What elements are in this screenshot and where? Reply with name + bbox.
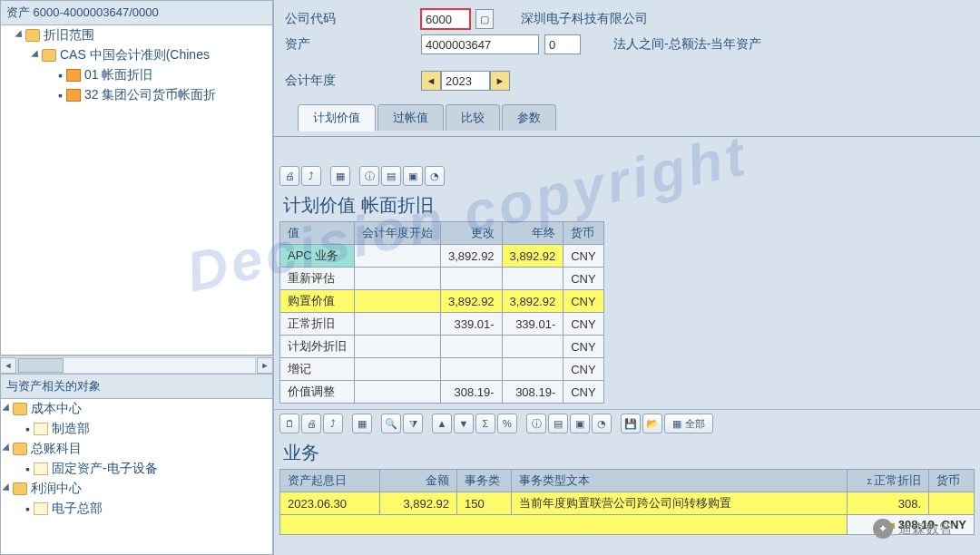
table-row[interactable]: 2023.06.30 3,892.92 150 当前年度购置联营公司跨公司间转移… [280,492,975,515]
print-icon[interactable]: 🖨 [301,414,321,433]
tree-node[interactable]: 折旧范围 [1,25,272,45]
col-value-date[interactable]: 资产起息日 [280,470,380,492]
folder-icon [13,403,27,415]
doc-icon [34,502,48,515]
related-tree-header: 与资产相关的对象 [1,375,272,399]
export-icon[interactable]: ⤴ [301,166,321,186]
table-row[interactable]: APC 业务3,892.923,892.92CNY [280,245,604,268]
asset-subnumber-input[interactable]: 0 [544,34,581,54]
doc-icon [34,423,48,435]
asset-number-input[interactable]: 4000003647 [421,34,539,54]
year-prev-button[interactable]: ◄ [421,71,441,91]
select-layout-icon[interactable]: 📂 [642,414,662,433]
tree-node-label: 总账科目 [31,441,82,457]
tree-node-label: 利润中心 [31,481,82,497]
tree-node[interactable]: CAS 中国会计准则(Chines [1,45,272,65]
col-fy-start[interactable]: 会计年度开始 [355,222,441,245]
twisty-icon[interactable] [2,443,12,453]
tree-node[interactable]: ▪电子总部 [1,499,272,519]
search-help-icon[interactable]: ▢ [475,9,494,29]
left-sidebar: 资产 6000-4000003647/0000 折旧范围 CAS 中国会计准则(… [0,0,274,555]
tree-node[interactable]: ▪制造部 [1,419,272,439]
folder-icon [25,29,40,42]
tab-parameters[interactable]: 参数 [502,104,556,131]
tree-node-label: 01 帐面折旧 [84,67,152,83]
company-name: 深圳电子科技有限公司 [521,11,648,27]
table-row[interactable]: 重新评估CNY [280,268,604,290]
col-value[interactable]: 值 [280,222,355,245]
grid-icon [66,69,81,82]
all-button[interactable]: ▦全部 [664,414,713,433]
col-ord-dep[interactable]: Σ正常折旧 [848,470,929,492]
table-row[interactable]: 计划外折旧CNY [280,336,604,358]
tree-hscrollbar[interactable]: ◄► [0,355,273,374]
col-ttype[interactable]: 事务类 [457,470,512,492]
col-change[interactable]: 更改 [441,222,503,245]
print-icon[interactable]: 🖨 [279,166,299,186]
tree-node-label: 电子总部 [52,501,103,517]
twisty-icon[interactable] [2,404,12,414]
sort-asc-icon[interactable]: ▲ [432,414,452,433]
col-ttype-text[interactable]: 事务类型文本 [512,470,848,492]
sort-desc-icon[interactable]: ▼ [454,414,474,433]
wechat-icon: ✦ [873,519,893,539]
folder-icon [13,482,27,495]
asset-description: 法人之间-总额法-当年资产 [613,36,761,53]
details-icon[interactable]: 🗒 [279,414,299,433]
col-amount[interactable]: 金额 [380,470,457,492]
table-row[interactable]: 购置价值3,892.923,892.92CNY [280,290,604,313]
tree-node[interactable]: ▪固定资产-电子设备 [1,459,272,479]
related-tree[interactable]: 成本中心 ▪制造部 总账科目 ▪固定资产-电子设备 利润中心 ▪电子总部 [1,399,272,519]
tree-node[interactable]: ▪01 帐面折旧 [1,65,272,85]
tab-planned-values[interactable]: 计划价值 [298,104,376,131]
find-icon[interactable]: 🔍 [381,414,401,433]
twisty-icon[interactable] [2,483,12,493]
info-icon[interactable]: ⓘ [526,414,546,433]
fiscal-year-input[interactable]: 2023 [441,71,490,91]
tree-node-label: CAS 中国会计准则(Chines [60,47,210,63]
tree-node[interactable]: 利润中心 [1,479,272,499]
scroll-left-icon[interactable]: ◄ [0,357,16,374]
col-currency[interactable]: 货币 [564,222,603,245]
tree-node-label: 制造部 [52,421,90,437]
currency-icon[interactable]: ◔ [425,166,445,186]
wechat-stamp-text: 迪森数智 [898,521,953,538]
export-icon[interactable]: ⤴ [323,414,343,433]
scroll-right-icon[interactable]: ► [257,357,273,374]
col-currency[interactable]: 货币 [929,470,975,492]
calc-icon[interactable]: ▣ [403,166,423,186]
table-row[interactable]: 正常折旧339.01-339.01-CNY [280,313,604,336]
calc-icon[interactable]: ▣ [570,414,590,433]
twisty-icon[interactable] [15,30,24,40]
tree-node[interactable]: 成本中心 [1,399,272,419]
table-total-row: 308.19- CNY [280,515,975,535]
tab-posted-values[interactable]: 过帐值 [377,104,444,131]
company-code-label: 公司代码 [285,11,421,27]
spreadsheet-icon[interactable]: ▦ [352,414,372,433]
layout-icon[interactable]: ▤ [381,166,401,186]
spreadsheet-icon[interactable]: ▦ [330,166,350,186]
plan-values-table[interactable]: 值 会计年度开始 更改 年终 货币 APC 业务3,892.923,892.92… [279,221,604,404]
twisty-icon[interactable] [31,50,41,60]
info-icon[interactable]: ⓘ [359,166,379,186]
company-code-input[interactable]: 6000 [421,9,470,29]
save-layout-icon[interactable]: 💾 [621,414,641,433]
table-row[interactable]: 价值调整308.19-308.19-CNY [280,381,604,404]
col-year-end[interactable]: 年终 [502,222,564,245]
grid-icon [66,89,81,102]
currency-icon[interactable]: ◔ [592,414,612,433]
tree-node[interactable]: 总账科目 [1,439,272,459]
plan-values-toolbar: 🖨 ⤴ ▦ ⓘ ▤ ▣ ◔ [274,162,980,190]
layout-icon[interactable]: ▤ [548,414,568,433]
table-row[interactable]: 增记CNY [280,358,604,381]
tree-node[interactable]: ▪32 集团公司货币帐面折 [1,85,272,105]
subtotal-icon[interactable]: % [497,414,517,433]
asset-tree[interactable]: 折旧范围 CAS 中国会计准则(Chines ▪01 帐面折旧 ▪32 集团公司… [1,25,272,105]
transactions-table[interactable]: 资产起息日 金额 事务类 事务类型文本 Σ正常折旧 货币 2023.06.30 … [279,469,975,535]
filter-icon[interactable]: ⧩ [403,414,423,433]
sum-icon[interactable]: Σ [475,414,495,433]
tree-node-label: 固定资产-电子设备 [52,461,158,477]
tab-comparison[interactable]: 比较 [446,104,500,131]
asset-tree-panel: 资产 6000-4000003647/0000 折旧范围 CAS 中国会计准则(… [0,0,273,355]
year-next-button[interactable]: ► [490,71,510,91]
